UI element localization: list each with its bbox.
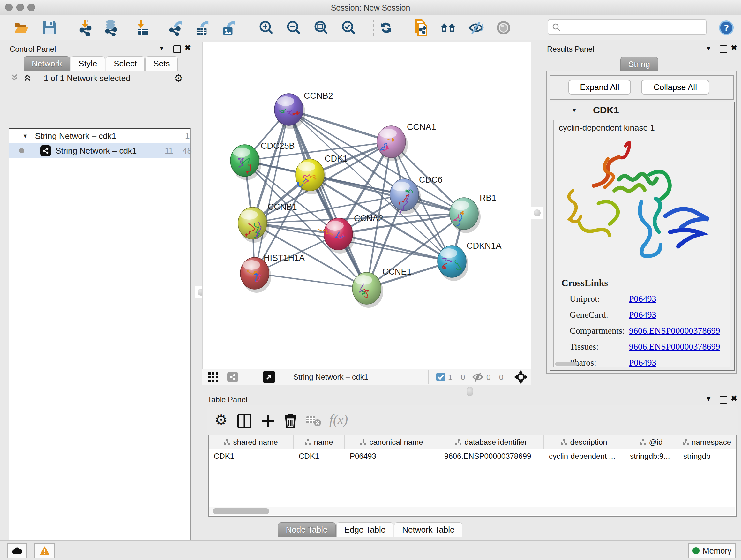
tab-style[interactable]: Style [71,56,105,71]
table-cell[interactable]: stringdb:9... [625,449,678,463]
network-type-icon[interactable] [227,372,238,382]
column-header-description[interactable]: description [544,435,625,449]
column-header-namespace[interactable]: namespace [678,435,736,449]
hide-selected-icon[interactable] [468,20,484,36]
warnings-button[interactable] [35,543,55,558]
refresh-view-icon[interactable] [379,20,394,36]
column-header-database-identifier[interactable]: database identifier [439,435,544,449]
toolbar-search[interactable] [548,19,706,35]
results-panel-float-icon[interactable] [720,45,727,53]
search-input[interactable] [560,22,706,32]
pan-crosshair-icon[interactable] [514,370,528,384]
create-column-icon[interactable] [261,414,275,428]
table-cell[interactable]: cyclin-dependent ... [544,449,625,463]
horizontal-splitter-handle[interactable] [467,387,473,396]
hidden-eye-icon[interactable] [472,372,483,382]
tab-network-table[interactable]: Network Table [394,522,462,537]
node-HIST1H1A[interactable]: HIST1H1A [240,253,305,293]
show-all-icon[interactable] [496,20,511,36]
tab-network[interactable]: Network [23,56,70,71]
collapse-all-networks-icon[interactable] [10,73,18,82]
export-network-icon[interactable] [168,20,183,36]
control-panel-float-icon[interactable] [173,45,181,53]
table-panel-float-icon[interactable] [720,396,727,403]
node-CCNB1[interactable]: CCNB1 [238,202,297,243]
clone-network-icon[interactable] [413,20,428,36]
import-table-icon[interactable] [134,20,149,36]
crosslink-value-link[interactable]: P06493 [629,294,657,304]
collection-count: 1 [185,131,190,141]
table-settings-gear-icon[interactable]: ⚙ [214,411,227,428]
string-network-icon [40,145,51,156]
open-in-new-window-icon[interactable] [263,371,275,383]
zoom-in-icon[interactable] [259,20,274,36]
control-panel-menu-icon[interactable]: ▼ [158,45,165,52]
right-splitter-handle[interactable] [531,207,543,219]
network-node-count: 11 [165,146,173,156]
table-cell[interactable]: CDK1 [293,449,345,463]
network-canvas[interactable]: CCNB2CCNA1CDC25BCDK1CDC6RB1CCNB1CCNA2CDK… [202,42,531,369]
table-row[interactable]: CDK1CDK1P064939606.ENSP00000378699cyclin… [209,449,736,463]
first-neighbors-icon[interactable] [441,20,456,36]
gene-expander-icon[interactable]: ▼ [571,107,577,114]
column-header-name[interactable]: name [293,435,345,449]
table-panel-close-icon[interactable]: ✖ [731,395,737,402]
node-CCNA1[interactable]: CCNA1 [377,122,436,161]
control-panel-close-icon[interactable]: ✖ [185,44,191,51]
table-cell[interactable]: CDK1 [209,449,293,463]
network-collection-row[interactable]: ▼ String Network – cdk1 1 [9,129,190,143]
expand-all-button[interactable]: Expand All [568,80,631,95]
results-panel-close-icon[interactable]: ✖ [731,44,737,51]
crosslink-value-link[interactable]: P06493 [629,358,657,368]
function-builder-icon[interactable]: f(x) [329,412,348,427]
table-cell[interactable]: 9606.ENSP00000378699 [439,449,544,463]
column-header-shared-name[interactable]: shared name [209,435,293,449]
node-CDK1[interactable]: CDK1 [295,154,347,194]
zoom-selected-icon[interactable] [341,20,356,36]
expand-all-networks-icon[interactable] [23,73,31,82]
network-row[interactable]: String Network – cdk1 11 48 [9,143,190,158]
help-icon[interactable]: ? [719,20,734,36]
zoom-fit-icon[interactable] [314,20,329,36]
tab-sets[interactable]: Sets [145,56,178,71]
column-header-canonical-name[interactable]: canonical name [345,435,439,449]
crosslink-value-link[interactable]: 9606.ENSP00000378699 [629,341,720,352]
column-header--id[interactable]: @id [625,435,678,449]
node-CDC6[interactable]: CDC6 [390,175,443,215]
tab-select[interactable]: Select [106,56,145,71]
tab-string[interactable]: String [620,57,658,71]
selected-checkbox-icon[interactable] [436,373,445,381]
column-label: description [570,438,607,447]
table-cell[interactable]: stringdb [678,449,736,463]
memory-button[interactable]: Memory [688,543,736,558]
tree-expander-icon[interactable]: ▼ [22,133,28,139]
delete-column-icon[interactable] [284,413,297,428]
node-CCNE1[interactable]: CCNE1 [352,267,412,308]
table-panel-menu-icon[interactable]: ▼ [705,395,712,402]
delete-table-icon[interactable] [307,416,321,427]
zoom-out-icon[interactable] [286,20,301,36]
crosslink-value-link[interactable]: 9606.ENSP00000378699 [629,326,720,336]
birds-eye-view-icon[interactable] [208,372,219,382]
collapse-all-button[interactable]: Collapse All [641,80,710,95]
crosslink-value-link[interactable]: P06493 [629,310,657,320]
export-image-icon[interactable] [221,20,236,36]
results-panel-menu-icon[interactable]: ▼ [705,45,712,52]
import-network-icon[interactable] [78,20,93,36]
node-CDKN1A[interactable]: CDKN1A [437,241,502,281]
table-cell[interactable]: P06493 [345,449,439,463]
node-RB1[interactable]: RB1 [450,193,496,233]
tab-edge-table[interactable]: Edge Table [336,522,394,537]
edge-HIST1H1A-CCNE1[interactable] [255,273,367,288]
table-hscroll-thumb[interactable] [212,508,269,514]
import-network-from-database-icon[interactable] [104,20,119,36]
table-hscroll-track[interactable] [209,507,735,515]
save-session-icon[interactable] [42,20,57,36]
show-columns-icon[interactable] [238,414,252,428]
results-hscroll-thumb[interactable] [555,362,577,366]
network-options-gear-icon[interactable]: ⚙ [174,72,183,84]
open-session-icon[interactable] [14,20,29,36]
export-table-icon[interactable] [194,20,210,36]
cloud-button[interactable] [7,543,27,558]
tab-node-table[interactable]: Node Table [278,522,336,537]
